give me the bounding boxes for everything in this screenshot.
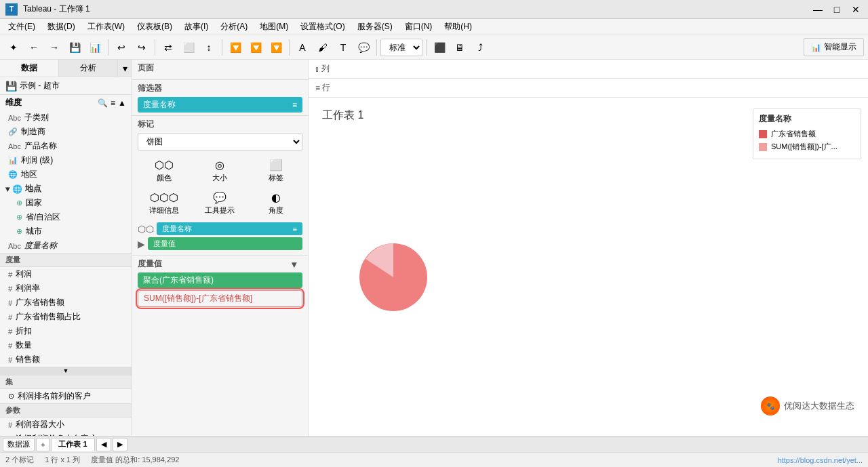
field-set-profit[interactable]: ⊙ 利润排名前列的客户 <box>0 389 132 403</box>
toolbar-share[interactable]: ⤴ <box>471 38 490 57</box>
field-profit[interactable]: # 利润 <box>0 267 132 281</box>
marks-size-btn[interactable]: ◎ 大小 <box>193 156 246 186</box>
toolbar-filter1[interactable]: 🔽 <box>226 38 245 57</box>
add-sheet-btn[interactable]: + <box>36 438 50 451</box>
smart-show-button[interactable]: 📊 智能显示 <box>804 38 864 56</box>
field-sales[interactable]: # 销售额 <box>0 352 132 367</box>
num-qty-icon: # <box>8 342 12 350</box>
field-city[interactable]: ⊕ 城市 <box>0 224 132 239</box>
sort-icon[interactable]: ≡ <box>111 98 115 108</box>
marks-color-btn[interactable]: ⬡⬡ 颜色 <box>138 156 191 186</box>
menu-worksheet[interactable]: 工作表(W) <box>82 20 130 34</box>
toolbar-standard-select[interactable]: 标准 <box>380 39 422 56</box>
scroll-up-icon[interactable]: ▲ <box>118 98 126 108</box>
marks-color-pill[interactable]: 度量名称 ≡ <box>157 222 302 235</box>
toolbar-back[interactable]: ← <box>24 38 43 57</box>
menu-server[interactable]: 服务器(S) <box>352 20 398 34</box>
measure-values-dropdown[interactable]: ▾ <box>292 259 302 270</box>
field-region[interactable]: 🌐 地区 <box>0 167 132 182</box>
marks-detail-btn[interactable]: ⬡⬡⬡ 详细信息 <box>138 188 191 218</box>
field-quantity-label: 数量 <box>16 340 32 351</box>
menu-analysis[interactable]: 分析(A) <box>215 20 253 34</box>
filter-pill[interactable]: 度量名称 ≡ <box>138 97 302 113</box>
marks-angle-btn[interactable]: ◐ 角度 <box>250 188 302 218</box>
prev-sheet-btn[interactable]: ◀ <box>96 438 111 451</box>
columns-shelf-content[interactable] <box>336 60 865 78</box>
num-discount-icon: # <box>8 327 12 336</box>
menu-story[interactable]: 故事(I) <box>179 20 214 34</box>
menu-format[interactable]: 设置格式(O) <box>295 20 350 34</box>
menu-map[interactable]: 地图(M) <box>254 20 294 34</box>
columns-icon: ⫾ <box>315 64 319 74</box>
toolbar-font[interactable]: A <box>293 38 312 57</box>
status-left: 2 个标记 1 行 x 1 列 度量值 的总和: 15,984,292 <box>5 455 179 465</box>
marks-tooltip-btn[interactable]: 💬 工具提示 <box>193 188 246 218</box>
legend-label-0: 广东省销售额 <box>771 129 816 139</box>
toolbar-filter3[interactable]: 🔽 <box>267 38 285 57</box>
filter-pill-label: 度量名称 <box>143 99 176 110</box>
datasource-tab[interactable]: 数据源 <box>3 438 35 451</box>
sheet-tab-1[interactable]: 工作表 1 <box>51 438 94 451</box>
field-discount[interactable]: # 折扣 <box>0 324 132 338</box>
menu-window[interactable]: 窗口(N) <box>399 20 438 34</box>
field-subcategory[interactable]: Abc 子类别 <box>0 110 132 125</box>
field-country[interactable]: ⊕ 国家 <box>0 196 132 210</box>
menu-file[interactable]: 文件(E) <box>3 20 41 34</box>
menu-dashboard[interactable]: 仪表板(B) <box>132 20 178 34</box>
toolbar-redo[interactable]: ↪ <box>132 38 151 57</box>
toolbar-new[interactable]: ✦ <box>4 38 23 57</box>
mv-pill-sum-sales[interactable]: SUM([销售额])-[广东省销售额] <box>138 290 302 307</box>
geo-city-icon: ⊕ <box>16 227 22 236</box>
field-profit-level[interactable]: 📊 利润 (级) <box>0 153 132 167</box>
rows-shelf-content[interactable] <box>337 79 865 97</box>
toolbar-sort[interactable]: ↕ <box>199 38 218 57</box>
scroll-down-arrow[interactable]: ▼ <box>0 367 132 375</box>
panel-tab-arrow[interactable]: ▾ <box>118 60 132 77</box>
field-param1[interactable]: # 利润容器大小 <box>0 418 132 432</box>
field-gd-sales-ratio[interactable]: # 广东省销售额占比 <box>0 310 132 324</box>
toolbar-text[interactable]: T <box>334 38 353 57</box>
field-gd-sales[interactable]: # 广东省销售额 <box>0 296 132 310</box>
toolbar-forward[interactable]: → <box>45 38 64 57</box>
marks-label: 标记 <box>138 119 302 130</box>
search-icon[interactable]: 🔍 <box>98 98 108 108</box>
field-param2[interactable]: # 选择利润前多少名客户 <box>0 432 132 436</box>
field-param1-label: 利润容器大小 <box>16 419 64 430</box>
close-button[interactable]: ✕ <box>849 4 863 15</box>
field-profit-rate[interactable]: # 利润率 <box>0 281 132 296</box>
minimize-button[interactable]: — <box>811 4 825 15</box>
tab-analysis[interactable]: 分析 <box>59 60 118 77</box>
menu-data[interactable]: 数据(D) <box>42 20 81 34</box>
marks-label-btn[interactable]: ⬜ 标签 <box>250 156 302 186</box>
toolbar-table[interactable]: ⬛ <box>430 38 449 57</box>
field-province[interactable]: ⊕ 省/自治区 <box>0 210 132 224</box>
marks-angle-pill[interactable]: 度量值 <box>148 237 302 250</box>
marks-angle-pill-label: 度量值 <box>153 239 176 249</box>
field-quantity[interactable]: # 数量 <box>0 338 132 352</box>
marks-type-select[interactable]: 饼图 <box>138 133 302 150</box>
field-profit-rate-label: 利润率 <box>16 283 40 294</box>
toolbar-save[interactable]: 💾 <box>65 38 84 57</box>
field-manufacturer[interactable]: 🔗 制造商 <box>0 125 132 139</box>
toolbar-add-datasource[interactable]: 📊 <box>85 38 104 57</box>
menu-help[interactable]: 帮助(H) <box>439 20 477 34</box>
field-product-name[interactable]: Abc 产品名称 <box>0 139 132 153</box>
field-measure-name[interactable]: Abc 度量名称 <box>0 239 132 253</box>
data-source-label: 💾 示例 - 超市 <box>0 77 132 95</box>
toolbar-swap[interactable]: ⇄ <box>159 38 178 57</box>
mv-pill-gd-sales[interactable]: 聚合(广东省销售额) <box>138 272 302 288</box>
field-list: 维度 🔍 ≡ ▲ Abc 子类别 🔗 制造商 Abc 产品名称 <box>0 95 132 436</box>
toolbar-undo[interactable]: ↩ <box>112 38 131 57</box>
location-group[interactable]: ▾ 🌐 地点 <box>0 182 132 196</box>
toolbar-filter2[interactable]: 🔽 <box>246 38 265 57</box>
abc-icon: Abc <box>8 114 21 122</box>
rows-shelf: ≡ 行 <box>309 79 868 98</box>
toolbar-color[interactable]: 🖌 <box>313 38 332 57</box>
tab-data[interactable]: 数据 <box>0 60 59 77</box>
toolbar-tooltip[interactable]: 💬 <box>354 38 373 57</box>
toolbar-col[interactable]: ⬜ <box>179 38 198 57</box>
legend-label-1: SUM([销售额])-[广... <box>771 142 837 152</box>
next-sheet-btn[interactable]: ▶ <box>113 438 127 451</box>
toolbar-monitor[interactable]: 🖥 <box>450 38 469 57</box>
maximize-button[interactable]: □ <box>830 4 844 15</box>
